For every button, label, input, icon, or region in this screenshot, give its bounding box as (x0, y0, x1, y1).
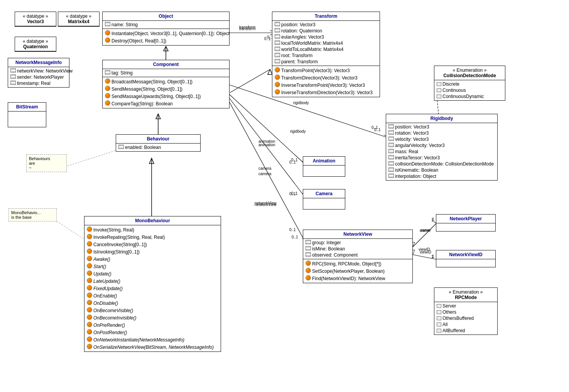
animation-mult: 0..1 (289, 160, 296, 164)
attr-icon (388, 149, 395, 154)
svg-line-39 (68, 150, 116, 166)
method-icon (275, 67, 281, 74)
method-icon (306, 268, 312, 274)
animation-box: Animation (303, 156, 345, 177)
method-icon (87, 344, 93, 350)
enum-icon (437, 323, 441, 326)
behaviours-note: Behavioursare~ (26, 154, 67, 172)
rigidbody-attrs: position: Vector3 rotation: Vector3 velo… (386, 123, 497, 180)
method-icon (105, 78, 111, 85)
obj-method-destroy: Destroy(Object, Real[0..1]) (105, 37, 227, 44)
owner-mult: 1 (431, 218, 434, 222)
enum-icon (437, 82, 441, 86)
method-icon (87, 263, 93, 270)
method-icon (87, 226, 93, 233)
behaviour-box: Behaviour enabled: Boolean (116, 134, 201, 152)
viewid-mult: 1 (431, 255, 434, 259)
vector3-stereotype: « datatype » Vector3 (15, 12, 56, 26)
rpcmode-values: Server Others OthersBuffered All AllBuff… (434, 302, 497, 335)
attr-timestamp: timestamp: Real (10, 80, 67, 86)
monobehaviour-note: MonoBehavio...is the base (8, 208, 57, 221)
attr-icon (275, 22, 281, 27)
svg-marker-5 (149, 158, 154, 164)
attr-icon (10, 68, 17, 74)
behaviour-attrs: enabled: Boolean (116, 144, 200, 151)
component-attrs: tag: String (103, 69, 229, 77)
camera-box: Camera (303, 189, 345, 210)
enum-icon (437, 304, 441, 308)
quaternion-box: « datatype » Quaternion (15, 37, 56, 52)
method-icon (105, 93, 111, 100)
enum-icon (437, 316, 441, 320)
method-icon (87, 307, 93, 314)
transform-mult: 0..1 (264, 37, 271, 41)
diagram-container: transform 0..1 rigidbody 0..1 animation … (0, 0, 569, 392)
method-icon (87, 329, 93, 336)
animation-label: animation (258, 143, 275, 147)
rpcmode-box: « Enumeration » RPCMode Server Others Ot… (434, 287, 498, 335)
matrix4x4-stereotype: « datatype » Matrix4x4 (58, 12, 99, 26)
svg-line-41 (230, 69, 270, 93)
attr-icon (275, 41, 281, 46)
method-icon (105, 100, 111, 107)
component-methods: BroadcastMessage(String, Object[0..1]) S… (103, 77, 229, 108)
attr-icon (306, 240, 312, 245)
object-methods: Instantiate(Object, Vector3[0..1], Quate… (103, 29, 229, 45)
object-attrs: name: String (103, 21, 229, 29)
matrix4x4-box: « datatype » Matrix4x4 (58, 12, 100, 27)
method-icon (87, 292, 93, 299)
method-icon (306, 260, 312, 267)
animation-header: Animation (303, 157, 345, 166)
networkplayer-header: NetworkPlayer (436, 215, 495, 223)
transform-box: Transform position: Vector3 rotation: Qu… (272, 12, 380, 97)
attr-icon (306, 246, 312, 252)
svg-text:rigidbody: rigidbody (293, 101, 309, 105)
attr-icon (10, 74, 17, 80)
attr-networkview: networkView: NetworkView (10, 68, 67, 74)
monobehaviour-methods: Invoke(String, Real) InvokeRepating(Stri… (84, 225, 221, 351)
object-box: Object name: String Instantiate(Object, … (102, 12, 230, 46)
method-icon (105, 37, 111, 44)
quaternion-stereotype: « datatype » Quaternion (15, 37, 56, 51)
owner-label: owner (420, 228, 430, 233)
networkview-header: NetworkView (303, 230, 412, 239)
behaviour-header: Behaviour (116, 135, 200, 144)
method-icon (87, 256, 93, 262)
networkview-attrs: group: Integer isMine: Boolean observed:… (303, 239, 412, 259)
networkviewid-box: NetworkViewID (436, 250, 496, 267)
enum-icon (437, 329, 441, 333)
networkmessageinfo-attrs: networkView: NetworkView sender: Network… (8, 67, 69, 87)
attr-icon (275, 28, 281, 34)
vector3-box: « datatype » Vector3 (15, 12, 56, 27)
method-icon (275, 74, 281, 81)
method-icon (87, 336, 93, 343)
enum-icon (437, 310, 441, 314)
attr-icon (105, 22, 111, 27)
method-icon (275, 89, 281, 96)
networkview-box: NetworkView group: Integer isMine: Boole… (303, 230, 413, 283)
attr-icon (275, 34, 281, 40)
attr-icon (388, 161, 395, 167)
networkplayer-box: NetworkPlayer (436, 214, 496, 231)
attr-icon (105, 70, 111, 76)
svg-text:0..1: 0..1 (292, 235, 298, 239)
attr-icon (306, 252, 312, 258)
networkmessageinfo-box: NetworkMessageInfo networkView: NetworkV… (8, 58, 69, 88)
attr-icon (388, 124, 395, 130)
networkplayer-body (436, 223, 495, 231)
attr-icon (118, 145, 125, 150)
method-icon (105, 86, 111, 92)
obj-method-instantiate: Instantiate(Object, Vector3[0..1], Quate… (105, 30, 227, 37)
networkviewid-body (436, 259, 495, 267)
rigidbody-box: Rigidbody position: Vector3 rotation: Ve… (386, 114, 498, 181)
viewid-label: viewID (420, 250, 431, 254)
attr-icon (275, 53, 281, 58)
method-icon (275, 82, 281, 88)
monobehaviour-box: MonoBehaviour Invoke(String, Real) Invok… (84, 216, 221, 352)
attr-icon (275, 47, 281, 52)
svg-line-40 (55, 220, 84, 239)
svg-marker-3 (156, 114, 160, 119)
component-box: Component tag: String BroadcastMessage(S… (102, 60, 230, 108)
transform-methods: TransformPoint(Vector3): Vector3 Transfo… (272, 66, 380, 97)
attr-icon (388, 130, 395, 136)
